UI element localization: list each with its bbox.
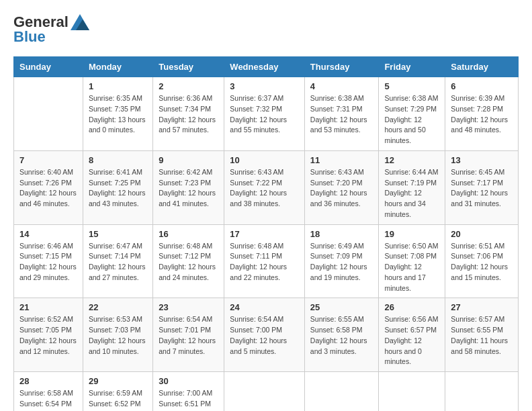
day-info: Sunrise: 6:46 AMSunset: 7:15 PMDaylight:… bbox=[19, 241, 77, 283]
day-number: 2 bbox=[159, 81, 218, 91]
calendar-table: SundayMondayTuesdayWednesdayThursdayFrid… bbox=[13, 56, 519, 411]
day-info: Sunrise: 6:54 AMSunset: 7:00 PMDaylight:… bbox=[230, 314, 299, 357]
day-info: Sunrise: 6:54 AMSunset: 7:01 PMDaylight:… bbox=[159, 314, 218, 357]
calendar-cell: 6Sunrise: 6:39 AMSunset: 7:28 PMDaylight… bbox=[445, 77, 519, 151]
calendar-cell: 23Sunrise: 6:54 AMSunset: 7:01 PMDayligh… bbox=[153, 298, 224, 372]
col-header-saturday: Saturday bbox=[445, 57, 519, 77]
day-info: Sunrise: 6:53 AMSunset: 7:03 PMDaylight:… bbox=[89, 314, 147, 357]
day-number: 10 bbox=[230, 155, 299, 165]
day-info: Sunrise: 6:56 AMSunset: 6:57 PMDaylight:… bbox=[384, 314, 439, 367]
day-number: 3 bbox=[230, 81, 299, 91]
day-info: Sunrise: 6:48 AMSunset: 7:12 PMDaylight:… bbox=[159, 241, 218, 283]
calendar-cell: 1Sunrise: 6:35 AMSunset: 7:35 PMDaylight… bbox=[83, 77, 152, 151]
page-header: General Blue bbox=[13, 13, 519, 46]
calendar-week-5: 28Sunrise: 6:58 AMSunset: 6:54 PMDayligh… bbox=[14, 372, 519, 412]
col-header-monday: Monday bbox=[83, 57, 152, 77]
day-info: Sunrise: 6:57 AMSunset: 6:55 PMDaylight:… bbox=[451, 314, 513, 357]
day-info: Sunrise: 6:35 AMSunset: 7:35 PMDaylight:… bbox=[89, 93, 147, 136]
day-info: Sunrise: 6:50 AMSunset: 7:08 PMDaylight:… bbox=[384, 241, 439, 294]
day-info: Sunrise: 6:40 AMSunset: 7:26 PMDaylight:… bbox=[19, 167, 77, 210]
day-info: Sunrise: 6:43 AMSunset: 7:20 PMDaylight:… bbox=[310, 167, 373, 210]
day-info: Sunrise: 6:48 AMSunset: 7:11 PMDaylight:… bbox=[230, 241, 299, 283]
day-number: 27 bbox=[451, 302, 513, 312]
day-number: 18 bbox=[310, 229, 373, 239]
calendar-week-4: 21Sunrise: 6:52 AMSunset: 7:05 PMDayligh… bbox=[14, 298, 519, 372]
col-header-thursday: Thursday bbox=[304, 57, 379, 77]
col-header-friday: Friday bbox=[379, 57, 445, 77]
day-info: Sunrise: 7:00 AMSunset: 6:51 PMDaylight:… bbox=[159, 388, 218, 411]
day-number: 16 bbox=[159, 229, 218, 239]
day-info: Sunrise: 6:41 AMSunset: 7:25 PMDaylight:… bbox=[89, 167, 147, 210]
day-number: 11 bbox=[310, 155, 373, 165]
day-number: 1 bbox=[89, 81, 147, 91]
calendar-cell: 20Sunrise: 6:51 AMSunset: 7:06 PMDayligh… bbox=[445, 224, 519, 298]
logo-icon bbox=[71, 14, 89, 30]
calendar-cell: 13Sunrise: 6:45 AMSunset: 7:17 PMDayligh… bbox=[445, 150, 519, 224]
day-number: 23 bbox=[159, 302, 218, 312]
day-info: Sunrise: 6:39 AMSunset: 7:28 PMDaylight:… bbox=[451, 93, 513, 136]
day-number: 24 bbox=[230, 302, 299, 312]
day-number: 5 bbox=[384, 81, 439, 91]
day-info: Sunrise: 6:43 AMSunset: 7:22 PMDaylight:… bbox=[230, 167, 299, 210]
day-info: Sunrise: 6:47 AMSunset: 7:14 PMDaylight:… bbox=[89, 241, 147, 283]
col-header-wednesday: Wednesday bbox=[224, 57, 305, 77]
calendar-cell: 12Sunrise: 6:44 AMSunset: 7:19 PMDayligh… bbox=[379, 150, 445, 224]
calendar-week-2: 7Sunrise: 6:40 AMSunset: 7:26 PMDaylight… bbox=[14, 150, 519, 224]
calendar-cell: 5Sunrise: 6:38 AMSunset: 7:29 PMDaylight… bbox=[379, 77, 445, 151]
day-info: Sunrise: 6:44 AMSunset: 7:19 PMDaylight:… bbox=[384, 167, 439, 220]
day-info: Sunrise: 6:38 AMSunset: 7:29 PMDaylight:… bbox=[384, 93, 439, 146]
calendar-cell bbox=[304, 372, 379, 412]
day-number: 7 bbox=[19, 155, 77, 165]
calendar-cell: 26Sunrise: 6:56 AMSunset: 6:57 PMDayligh… bbox=[379, 298, 445, 372]
day-info: Sunrise: 6:38 AMSunset: 7:31 PMDaylight:… bbox=[310, 93, 373, 136]
calendar-cell: 7Sunrise: 6:40 AMSunset: 7:26 PMDaylight… bbox=[14, 150, 83, 224]
calendar-cell bbox=[224, 372, 305, 412]
col-header-tuesday: Tuesday bbox=[153, 57, 224, 77]
day-info: Sunrise: 6:58 AMSunset: 6:54 PMDaylight:… bbox=[19, 388, 77, 411]
calendar-cell: 30Sunrise: 7:00 AMSunset: 6:51 PMDayligh… bbox=[153, 372, 224, 412]
calendar-cell: 25Sunrise: 6:55 AMSunset: 6:58 PMDayligh… bbox=[304, 298, 379, 372]
calendar-cell: 29Sunrise: 6:59 AMSunset: 6:52 PMDayligh… bbox=[83, 372, 152, 412]
calendar-header-row: SundayMondayTuesdayWednesdayThursdayFrid… bbox=[14, 57, 519, 77]
calendar-cell: 9Sunrise: 6:42 AMSunset: 7:23 PMDaylight… bbox=[153, 150, 224, 224]
day-number: 20 bbox=[451, 229, 513, 239]
day-number: 12 bbox=[384, 155, 439, 165]
calendar-cell: 16Sunrise: 6:48 AMSunset: 7:12 PMDayligh… bbox=[153, 224, 224, 298]
day-info: Sunrise: 6:51 AMSunset: 7:06 PMDaylight:… bbox=[451, 241, 513, 283]
calendar-cell: 10Sunrise: 6:43 AMSunset: 7:22 PMDayligh… bbox=[224, 150, 305, 224]
day-number: 21 bbox=[19, 302, 77, 312]
calendar-week-3: 14Sunrise: 6:46 AMSunset: 7:15 PMDayligh… bbox=[14, 224, 519, 298]
day-info: Sunrise: 6:45 AMSunset: 7:17 PMDaylight:… bbox=[451, 167, 513, 210]
day-number: 14 bbox=[19, 229, 77, 239]
day-number: 29 bbox=[89, 376, 147, 386]
day-number: 25 bbox=[310, 302, 373, 312]
day-info: Sunrise: 6:55 AMSunset: 6:58 PMDaylight:… bbox=[310, 314, 373, 357]
day-info: Sunrise: 6:52 AMSunset: 7:05 PMDaylight:… bbox=[19, 314, 77, 357]
day-number: 19 bbox=[384, 229, 439, 239]
calendar-cell: 11Sunrise: 6:43 AMSunset: 7:20 PMDayligh… bbox=[304, 150, 379, 224]
calendar-cell: 15Sunrise: 6:47 AMSunset: 7:14 PMDayligh… bbox=[83, 224, 152, 298]
calendar-week-1: 1Sunrise: 6:35 AMSunset: 7:35 PMDaylight… bbox=[14, 77, 519, 151]
calendar-cell: 14Sunrise: 6:46 AMSunset: 7:15 PMDayligh… bbox=[14, 224, 83, 298]
calendar-cell bbox=[445, 372, 519, 412]
day-number: 9 bbox=[159, 155, 218, 165]
day-info: Sunrise: 6:49 AMSunset: 7:09 PMDaylight:… bbox=[310, 241, 373, 283]
calendar-cell bbox=[379, 372, 445, 412]
day-number: 4 bbox=[310, 81, 373, 91]
day-number: 8 bbox=[89, 155, 147, 165]
calendar-cell: 21Sunrise: 6:52 AMSunset: 7:05 PMDayligh… bbox=[14, 298, 83, 372]
day-number: 26 bbox=[384, 302, 439, 312]
day-info: Sunrise: 6:37 AMSunset: 7:32 PMDaylight:… bbox=[230, 93, 299, 136]
day-number: 28 bbox=[19, 376, 77, 386]
day-info: Sunrise: 6:42 AMSunset: 7:23 PMDaylight:… bbox=[159, 167, 218, 210]
calendar-cell: 27Sunrise: 6:57 AMSunset: 6:55 PMDayligh… bbox=[445, 298, 519, 372]
day-number: 6 bbox=[451, 81, 513, 91]
calendar-cell bbox=[14, 77, 83, 151]
calendar-cell: 17Sunrise: 6:48 AMSunset: 7:11 PMDayligh… bbox=[224, 224, 305, 298]
day-number: 15 bbox=[89, 229, 147, 239]
logo: General Blue bbox=[13, 13, 89, 46]
day-number: 30 bbox=[159, 376, 218, 386]
day-info: Sunrise: 6:36 AMSunset: 7:34 PMDaylight:… bbox=[159, 93, 218, 136]
day-info: Sunrise: 6:59 AMSunset: 6:52 PMDaylight:… bbox=[89, 388, 147, 411]
calendar-cell: 24Sunrise: 6:54 AMSunset: 7:00 PMDayligh… bbox=[224, 298, 305, 372]
